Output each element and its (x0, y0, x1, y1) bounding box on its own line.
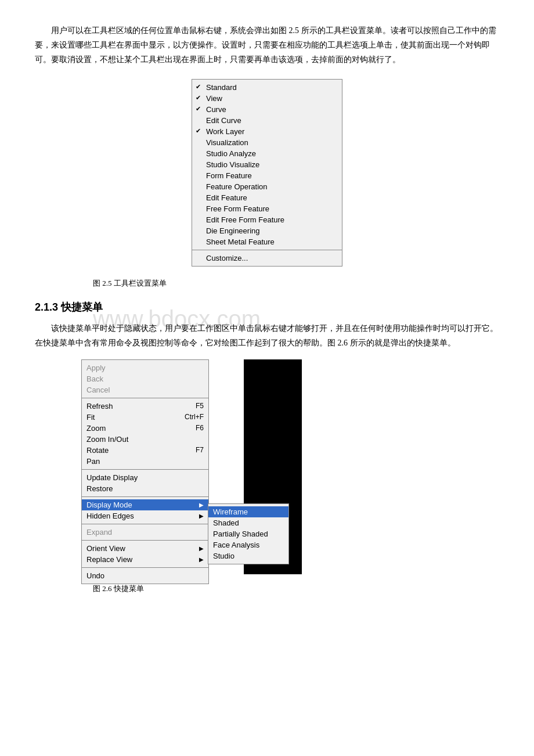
ctx-menu-item-rotate[interactable]: RotateF7 (82, 445, 208, 456)
section-213-heading: 2.1.3 快捷菜单 (35, 300, 499, 314)
submenu-item-wireframe[interactable]: Wireframe (208, 506, 288, 517)
ctx-menu-item-apply: Apply (82, 362, 208, 373)
ctx-separator-10 (82, 469, 208, 470)
ctx-menu-item-cancel: Cancel (82, 384, 208, 395)
toolbar-menu-item-die-engineering[interactable]: Die Engineering (192, 225, 342, 236)
toolbar-menu-customize[interactable]: Customize... (192, 253, 342, 264)
ctx-menu-item-zoom-in/out[interactable]: Zoom In/Out (82, 434, 208, 445)
context-menu: ApplyBackCancelRefreshF5FitCtrl+FZoomF6Z… (81, 359, 209, 584)
toolbar-menu: StandardViewCurveEdit CurveWork LayerVis… (192, 79, 342, 267)
toolbar-menu-item-edit-feature[interactable]: Edit Feature (192, 192, 342, 203)
ctx-separator-18 (82, 540, 208, 541)
toolbar-menu-item-visualization[interactable]: Visualization (192, 137, 342, 148)
toolbar-menu-item-edit-free-form-feature[interactable]: Edit Free Form Feature (192, 214, 342, 225)
submenu-panel: WireframeShadedPartially ShadedFace Anal… (208, 503, 289, 564)
ctx-menu-item-zoom[interactable]: ZoomF6 (82, 423, 208, 434)
context-menu-wrapper: ApplyBackCancelRefreshF5FitCtrl+FZoomF6Z… (81, 359, 302, 574)
toolbar-menu-item-free-form-feature[interactable]: Free Form Feature (192, 203, 342, 214)
submenu-item-studio[interactable]: Studio (208, 550, 288, 561)
toolbar-menu-container: StandardViewCurveEdit CurveWork LayerVis… (189, 79, 345, 267)
submenu-item-partially-shaded[interactable]: Partially Shaded (208, 528, 288, 539)
toolbar-menu-item-feature-operation[interactable]: Feature Operation (192, 181, 342, 192)
toolbar-menu-item-standard[interactable]: Standard (192, 82, 342, 93)
ctx-separator-16 (82, 524, 208, 524)
ctx-menu-item-expand: Expand (82, 527, 208, 538)
submenu-item-shaded[interactable]: Shaded (208, 517, 288, 528)
ctx-separator-13 (82, 496, 208, 497)
toolbar-menu-item-curve[interactable]: Curve (192, 104, 342, 115)
ctx-menu-item-fit[interactable]: FitCtrl+F (82, 412, 208, 423)
toolbar-menu-item-edit-curve[interactable]: Edit Curve (192, 115, 342, 126)
ctx-menu-item-hidden-edges[interactable]: Hidden Edges▶ (82, 510, 208, 521)
ctx-menu-item-update-display[interactable]: Update Display (82, 472, 208, 483)
ctx-menu-item-undo[interactable]: Undo (82, 570, 208, 581)
ctx-menu-item-pan[interactable]: Pan (82, 456, 208, 467)
ctx-separator-21 (82, 567, 208, 568)
toolbar-menu-item-form-feature[interactable]: Form Feature (192, 170, 342, 181)
toolbar-menu-item-sheet-metal-feature[interactable]: Sheet Metal Feature (192, 236, 342, 247)
toolbar-menu-item-studio-analyze[interactable]: Studio Analyze (192, 148, 342, 159)
ctx-menu-item-display-mode[interactable]: Display Mode▶ (82, 499, 208, 510)
ctx-menu-item-restore[interactable]: Restore (82, 483, 208, 494)
menu-separator (192, 250, 342, 250)
section-213-paragraph: 该快捷菜单平时处于隐藏状态，用户要在工作图区中单击鼠标右键才能够打开，并且在任何… (35, 321, 499, 350)
toolbar-menu-item-studio-visualize[interactable]: Studio Visualize (192, 159, 342, 170)
ctx-menu-item-replace-view[interactable]: Replace View▶ (82, 554, 208, 565)
figure-26-caption: 图 2.6 快捷菜单 (93, 584, 499, 594)
submenu-item-face-analysis[interactable]: Face Analysis (208, 539, 288, 550)
ctx-separator-3 (82, 398, 208, 398)
toolbar-menu-item-work-layer[interactable]: Work Layer (192, 126, 342, 137)
figure-25-caption: 图 2.5 工具栏设置菜单 (93, 278, 499, 289)
intro-paragraph: 用户可以在工具栏区域的任何位置单击鼠标右键，系统会弹出如图 2.5 所示的工具栏… (35, 23, 499, 67)
ctx-menu-item-back: Back (82, 373, 208, 384)
ctx-menu-item-orient-view[interactable]: Orient View▶ (82, 543, 208, 554)
toolbar-menu-item-view[interactable]: View (192, 93, 342, 104)
ctx-menu-item-refresh[interactable]: RefreshF5 (82, 401, 208, 412)
